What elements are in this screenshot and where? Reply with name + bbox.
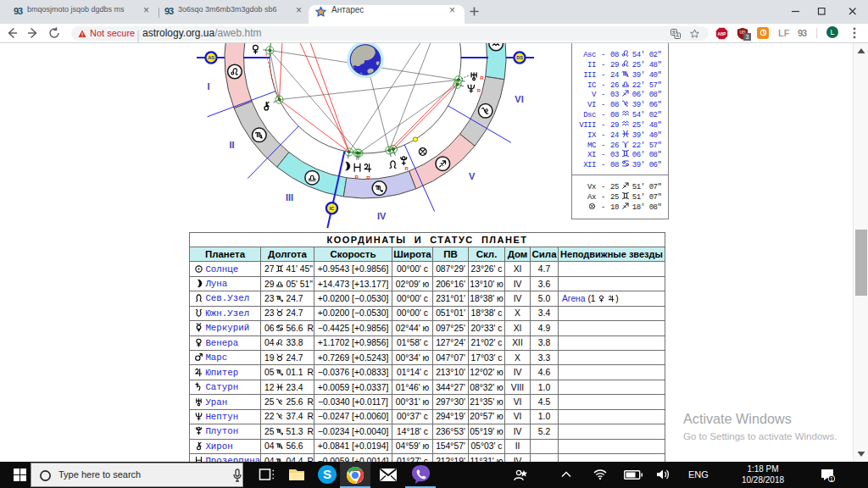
svg-text:DS: DS — [516, 55, 523, 60]
svg-text:R: R — [354, 175, 359, 180]
svg-text:IV: IV — [377, 211, 387, 221]
svg-text:III: III — [286, 192, 293, 202]
svg-text:R: R — [404, 166, 409, 171]
svg-text:R: R — [477, 88, 481, 93]
svg-text:ABP: ABP — [718, 31, 726, 36]
svg-text:V: V — [469, 171, 476, 181]
svg-text:I: I — [207, 81, 209, 92]
svg-text:VI: VI — [515, 94, 523, 104]
svg-text:R: R — [366, 175, 370, 180]
svg-text:1: 1 — [830, 476, 833, 482]
svg-text:II: II — [230, 140, 235, 150]
svg-text:IC: IC — [330, 206, 335, 211]
svg-text:AS: AS — [208, 55, 214, 60]
svg-text:R: R — [480, 75, 484, 80]
